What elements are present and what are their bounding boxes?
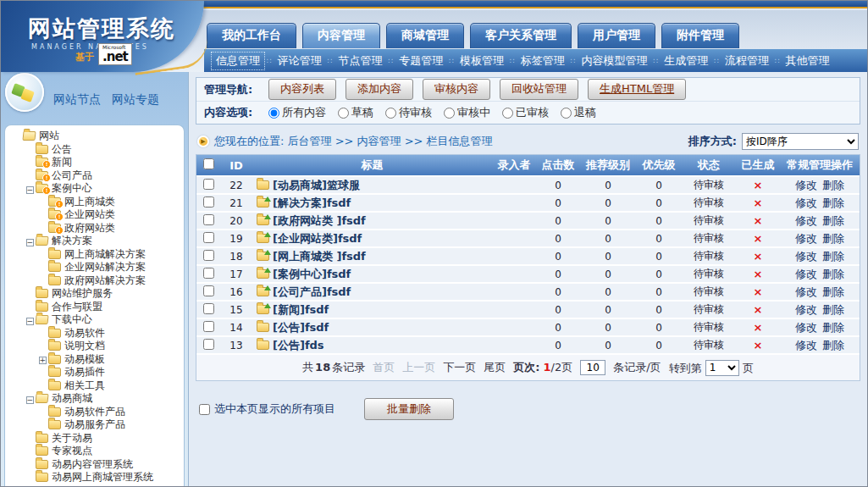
row-checkbox[interactable]	[203, 179, 214, 190]
tree-item[interactable]: 公告	[10, 143, 184, 157]
tab-3[interactable]: 客户关系管理	[470, 23, 572, 48]
tree-item[interactable]: 政府网站类	[10, 222, 184, 235]
expander-plus-icon[interactable]: +	[37, 353, 47, 365]
delete-link[interactable]: 删除	[822, 179, 844, 191]
submenu-item-8[interactable]: 流程管理	[721, 53, 773, 69]
not-generated-icon[interactable]: ×	[754, 285, 763, 298]
row-title[interactable]: [政府网站类 ]fsdf	[273, 213, 366, 229]
tree-item[interactable]: 动易插件	[10, 366, 184, 379]
content-option-radio[interactable]	[444, 108, 455, 119]
tree-item[interactable]: 网站	[10, 130, 184, 143]
tree-item[interactable]: −解决方案	[10, 235, 184, 248]
tree-item[interactable]: 专家视点	[10, 445, 184, 458]
edit-link[interactable]: 修改	[795, 232, 817, 245]
delete-link[interactable]: 删除	[822, 232, 844, 245]
row-title[interactable]: [公告]fsdf	[273, 320, 329, 335]
tree-item[interactable]: −下载中心	[10, 313, 184, 327]
not-generated-icon[interactable]: ×	[754, 303, 763, 316]
content-option-1[interactable]: 草稿	[338, 105, 373, 120]
submenu-item-2[interactable]: 节点管理	[334, 53, 386, 69]
toolbar-button-2[interactable]: 审核内容	[423, 79, 490, 100]
tree-item[interactable]: 企业网站类	[10, 208, 184, 222]
edit-link[interactable]: 修改	[795, 250, 817, 263]
submenu-item-3[interactable]: 专题管理	[395, 53, 447, 69]
row-checkbox[interactable]	[203, 232, 214, 243]
edit-link[interactable]: 修改	[795, 339, 817, 351]
delete-link[interactable]: 删除	[822, 339, 844, 351]
delete-link[interactable]: 删除	[822, 196, 844, 209]
tree-item[interactable]: 公司产品	[10, 169, 184, 183]
select-all-page[interactable]: 选中本页显示的所有项目	[199, 401, 335, 417]
goto-page-select[interactable]: 1	[705, 360, 739, 376]
tree-item[interactable]: 新闻	[10, 156, 184, 169]
submenu-item-7[interactable]: 生成管理	[660, 53, 712, 69]
next-page-link[interactable]: 下一页	[443, 360, 476, 375]
not-generated-icon[interactable]: ×	[754, 214, 763, 227]
tree-item[interactable]: +动易模板	[10, 353, 184, 367]
content-option-4[interactable]: 已审核	[502, 105, 549, 120]
not-generated-icon[interactable]: ×	[754, 268, 763, 280]
content-option-5[interactable]: 退稿	[561, 105, 596, 120]
delete-link[interactable]: 删除	[822, 250, 844, 263]
row-title[interactable]: [新闻]fsdf	[273, 302, 329, 318]
expander-minus-icon[interactable]: −	[25, 314, 35, 326]
row-title[interactable]: [解决方案]fsdf	[273, 196, 351, 211]
sidebar-tab-1[interactable]: 网站专题	[112, 92, 159, 108]
delete-link[interactable]: 删除	[822, 285, 844, 298]
delete-link[interactable]: 删除	[822, 214, 844, 227]
submenu-item-9[interactable]: 其他管理	[782, 53, 834, 69]
content-option-radio[interactable]	[561, 108, 572, 119]
not-generated-icon[interactable]: ×	[754, 339, 763, 351]
tree-item[interactable]: 网上商城解决方案	[10, 248, 184, 262]
row-checkbox[interactable]	[203, 339, 214, 350]
edit-link[interactable]: 修改	[795, 196, 817, 209]
row-checkbox[interactable]	[203, 321, 214, 332]
toolbar-button-3[interactable]: 回收站管理	[500, 79, 578, 100]
tree-item[interactable]: −动易商城	[10, 392, 184, 406]
tree-item[interactable]: 说明文档	[10, 340, 184, 353]
edit-link[interactable]: 修改	[795, 214, 817, 227]
edit-link[interactable]: 修改	[795, 179, 817, 191]
expander-minus-icon[interactable]: −	[25, 183, 35, 195]
not-generated-icon[interactable]: ×	[754, 232, 763, 245]
edit-link[interactable]: 修改	[795, 321, 817, 334]
tree-item[interactable]: 政府网站解决方案	[10, 274, 184, 288]
tab-5[interactable]: 附件管理	[661, 23, 739, 48]
submenu-item-0[interactable]: 信息管理	[211, 52, 265, 70]
content-option-radio[interactable]	[502, 108, 513, 119]
tree-item[interactable]: 网站维护服务	[10, 287, 184, 301]
row-title[interactable]: [案例中心]fsdf	[273, 267, 351, 282]
row-checkbox[interactable]	[203, 214, 214, 225]
toolbar-button-1[interactable]: 添加内容	[346, 79, 413, 100]
delete-link[interactable]: 删除	[822, 268, 844, 280]
submenu-item-4[interactable]: 模板管理	[456, 53, 508, 69]
tree-item[interactable]: −案例中心	[10, 182, 184, 196]
tab-1[interactable]: 内容管理	[302, 23, 380, 48]
not-generated-icon[interactable]: ×	[754, 250, 763, 263]
tree-item[interactable]: 动易软件产品	[10, 406, 184, 419]
row-title[interactable]: [企业网站类]fsdf	[273, 231, 362, 246]
content-option-radio[interactable]	[338, 108, 349, 119]
expander-minus-icon[interactable]: −	[25, 235, 35, 247]
content-option-0[interactable]: 所有内容	[268, 105, 326, 120]
not-generated-icon[interactable]: ×	[754, 321, 763, 334]
tree-item[interactable]: 动易内容管理系统	[10, 458, 184, 472]
last-page-link[interactable]: 尾页	[484, 360, 506, 375]
tree-item[interactable]: 企业网站解决方案	[10, 261, 184, 274]
delete-link[interactable]: 删除	[822, 303, 844, 316]
tree-item[interactable]: 网上商城类	[10, 196, 184, 209]
row-checkbox[interactable]	[203, 196, 214, 208]
prev-page-link[interactable]: 上一页	[402, 360, 435, 375]
row-title[interactable]: [动易商城]篮球服	[273, 178, 360, 193]
tree-item[interactable]: 相关工具	[10, 379, 184, 393]
edit-link[interactable]: 修改	[795, 303, 817, 316]
not-generated-icon[interactable]: ×	[754, 196, 763, 209]
toolbar-button-4[interactable]: 生成HTML管理	[588, 79, 686, 100]
row-checkbox[interactable]	[203, 268, 214, 279]
tab-0[interactable]: 我的工作台	[207, 23, 296, 48]
not-generated-icon[interactable]: ×	[754, 179, 763, 191]
content-option-3[interactable]: 审核中	[444, 105, 490, 120]
submenu-item-6[interactable]: 内容模型管理	[577, 53, 651, 69]
sidebar-tab-0[interactable]: 网站节点	[53, 92, 101, 108]
tab-4[interactable]: 用户管理	[578, 23, 655, 48]
